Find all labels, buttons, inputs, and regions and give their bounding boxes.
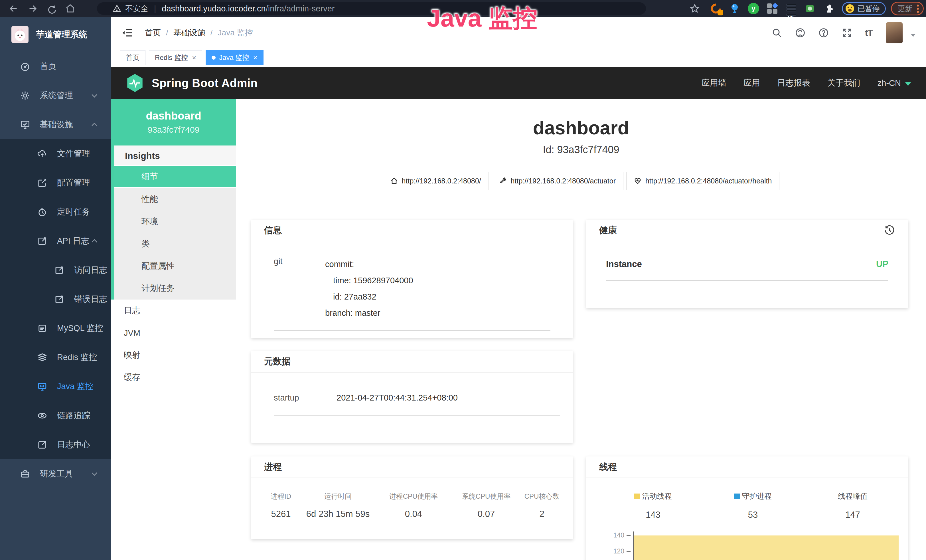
paused-label: 已暂停 <box>858 4 880 14</box>
divider <box>606 280 888 281</box>
fullscreen-icon[interactable] <box>841 27 852 38</box>
breadcrumb-infra[interactable]: 基础设施 <box>173 27 205 38</box>
toolbox-icon <box>20 469 30 479</box>
sidebar-item-api-log[interactable]: API 日志 <box>0 227 111 256</box>
nav-item-metrics[interactable]: 性能 <box>114 188 236 210</box>
home-nav-icon[interactable] <box>65 3 75 14</box>
sidebar-item-tracing[interactable]: 链路追踪 <box>0 401 111 430</box>
sidebar-item-dev-tools[interactable]: 研发工具 <box>0 459 111 488</box>
instance-header[interactable]: dashboard 93a3fc7f7409 <box>111 99 236 145</box>
info-card: 信息 git commit: time: 1596289704000 id: 2… <box>251 219 573 338</box>
chevron-down-icon <box>92 92 97 98</box>
breadcrumb-home[interactable]: 首页 <box>145 27 161 38</box>
sidebar-fold-icon[interactable] <box>121 27 133 39</box>
extension-green-icon[interactable] <box>804 3 816 14</box>
nav-item-mappings[interactable]: 映射 <box>111 344 236 366</box>
address-bar[interactable]: 不安全 | dashboard.yudao.iocoder.cn/infra/a… <box>97 2 646 15</box>
extension-y-icon[interactable]: y <box>748 3 759 14</box>
bookmark-star-icon[interactable] <box>690 3 700 14</box>
sidebar-item-system[interactable]: 系统管理 <box>0 81 111 110</box>
avatar-caret-icon[interactable] <box>911 34 916 37</box>
extension-colorful-icon[interactable] <box>710 3 722 14</box>
reload-icon[interactable] <box>46 3 56 14</box>
app-logo-row[interactable]: 芋道管理系统 <box>0 17 111 52</box>
font-size-icon[interactable]: tT <box>865 28 872 38</box>
log-icon <box>54 265 65 275</box>
health-row-label: Instance <box>606 259 642 269</box>
sba-nav-about[interactable]: 关于我们 <box>827 77 860 89</box>
admin-sidebar: 芋道管理系统 首页 系统管理 基础设施 文件管理 配置管理 定时任 <box>0 17 111 560</box>
process-table: 进程ID5261 运行时间6d 23h 15m 59s 进程CPU使用率0.04… <box>251 478 573 519</box>
infra-submenu: 文件管理 配置管理 定时任务 API 日志 访问日志 错误日志 <box>0 139 111 459</box>
actuator-url-button[interactable]: http://192.168.0.2:48080/actuator <box>492 172 623 190</box>
nav-item-config-props[interactable]: 配置属性 <box>114 255 236 277</box>
nav-item-environment[interactable]: 环境 <box>114 210 236 233</box>
threads-chart: 140 120 100 <box>599 530 902 560</box>
extension-list-icon[interactable]: on <box>785 3 797 14</box>
java-monitor-icon <box>37 381 47 392</box>
sidebar-item-scheduled-jobs[interactable]: 定时任务 <box>0 197 111 227</box>
instance-id: 93a3fc7f7409 <box>148 125 200 135</box>
nav-item-jvm[interactable]: JVM <box>111 322 236 344</box>
tab-java-monitor[interactable]: Java 监控× <box>206 50 263 65</box>
health-url-button[interactable]: http://192.168.0.2:48080/actuator/health <box>626 172 779 190</box>
health-row[interactable]: Instance UP <box>606 259 888 269</box>
metadata-card: 元数据 startup 2021-04-27T00:44:31.254+08:0… <box>251 351 573 443</box>
extension-grid-icon[interactable] <box>767 3 778 14</box>
sidebar-item-redis-monitor[interactable]: Redis 监控 <box>0 343 111 372</box>
browser-menu-icon[interactable] <box>917 3 919 14</box>
extensions-puzzle-icon[interactable] <box>823 3 834 14</box>
help-icon[interactable] <box>818 27 829 38</box>
gauge-icon <box>20 61 30 72</box>
spring-boot-admin-logo <box>126 73 144 93</box>
user-avatar[interactable] <box>886 22 903 43</box>
forward-icon[interactable] <box>27 3 38 14</box>
update-button[interactable]: 更新 <box>891 2 924 15</box>
sidebar-item-java-monitor[interactable]: Java 监控 <box>0 372 111 401</box>
sidebar-item-access-log[interactable]: 访问日志 <box>0 256 111 285</box>
search-icon[interactable] <box>772 27 782 38</box>
history-icon[interactable] <box>884 224 895 236</box>
breadcrumb-current: Java 监控 <box>218 27 253 38</box>
sidebar-item-mysql-monitor[interactable]: MySQL 监控 <box>0 314 111 343</box>
chart-plot-area <box>633 531 902 560</box>
tab-home[interactable]: 首页 <box>120 50 145 65</box>
sidebar-item-home[interactable]: 首页 <box>0 52 111 81</box>
status-badge: UP <box>876 259 888 269</box>
nav-item-scheduled-tasks[interactable]: 计划任务 <box>114 277 236 300</box>
sidebar-item-log-center[interactable]: 日志中心 <box>0 430 111 459</box>
emoji-face-icon <box>845 4 855 14</box>
sba-nav-applications[interactable]: 应用 <box>743 77 760 89</box>
chevron-up-icon <box>92 239 97 245</box>
sba-nav: 应用墙 应用 日志报表 关于我们 zh-CN <box>684 77 911 89</box>
process-card: 进程 进程ID5261 运行时间6d 23h 15m 59s 进程CPU使用率0… <box>251 456 573 539</box>
instance-name: dashboard <box>146 110 201 122</box>
sba-nav-journal[interactable]: 日志报表 <box>777 77 810 89</box>
sidebar-item-file-manage[interactable]: 文件管理 <box>0 139 111 168</box>
edit-icon <box>37 178 47 188</box>
github-icon[interactable] <box>795 27 806 38</box>
sidebar-item-config-manage[interactable]: 配置管理 <box>0 168 111 197</box>
sba-nav-wallboard[interactable]: 应用墙 <box>702 77 726 89</box>
wrench-icon <box>499 177 507 185</box>
sidebar-item-error-log[interactable]: 错误日志 <box>0 285 111 314</box>
sba-brand[interactable]: Spring Boot Admin <box>152 77 257 89</box>
close-icon[interactable]: × <box>192 53 196 62</box>
tab-redis-monitor[interactable]: Redis 监控× <box>149 50 202 65</box>
paused-extension-pill[interactable]: 已暂停 <box>842 2 886 15</box>
extension-pin-icon[interactable] <box>729 3 740 14</box>
page: 不安全 | dashboard.yudao.iocoder.cn/infra/a… <box>0 0 926 560</box>
service-url-button[interactable]: http://192.168.0.2:48080/ <box>383 172 489 190</box>
divider <box>274 330 551 331</box>
nav-item-details[interactable]: 细节 <box>114 166 236 188</box>
insights-group: Insights 细节 性能 环境 类 配置属性 计划任务 <box>111 145 236 300</box>
page-url[interactable]: dashboard.yudao.iocoder.cn/infra/admin-s… <box>162 4 334 14</box>
close-icon[interactable]: × <box>253 53 257 62</box>
nav-item-caches[interactable]: 缓存 <box>111 366 236 389</box>
back-icon[interactable] <box>9 3 19 14</box>
sidebar-item-infra[interactable]: 基础设施 <box>0 110 111 139</box>
nav-item-classes[interactable]: 类 <box>114 233 236 255</box>
locale-select[interactable]: zh-CN <box>878 79 911 88</box>
annotation-text: Java 监控 <box>427 2 537 35</box>
nav-item-logs[interactable]: 日志 <box>111 300 236 322</box>
